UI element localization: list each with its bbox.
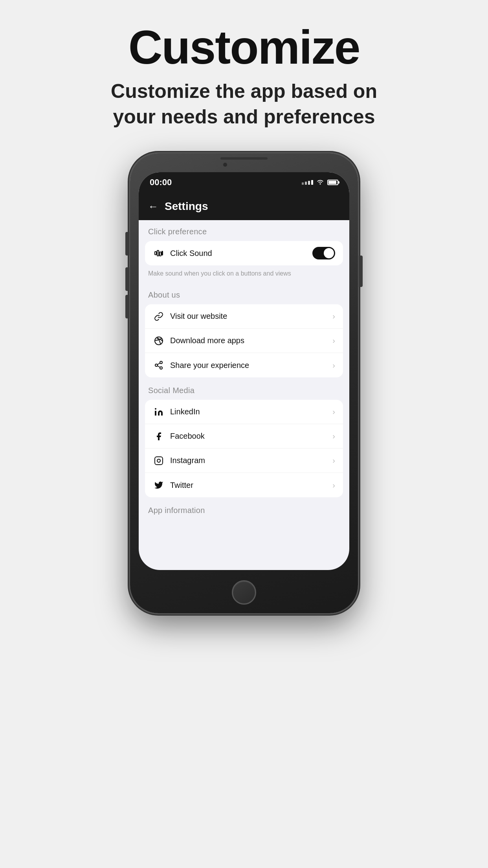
svg-rect-2 [160,252,161,256]
click-preference-card: Click Sound [145,241,343,265]
download-apps-label: Download more apps [170,336,327,345]
battery-icon [327,180,338,185]
back-button[interactable]: ← [148,200,158,213]
share-experience-label: Share your experience [170,361,327,370]
svg-point-5 [160,361,162,364]
click-sound-description: Make sound when you click on a buttons a… [139,267,349,283]
facebook-chevron: › [332,432,335,441]
svg-rect-1 [157,250,159,256]
svg-point-7 [160,367,162,369]
nav-title: Settings [165,200,208,213]
bottom-spacer [139,518,349,526]
download-apps-row[interactable]: Download more apps › [145,329,343,353]
twitter-chevron: › [332,481,335,490]
click-sound-row[interactable]: Click Sound [145,241,343,265]
about-us-card: Visit our website › Download more apps › [145,304,343,377]
twitter-row[interactable]: Twitter › [145,473,343,497]
twitter-label: Twitter [170,481,327,490]
nav-bar: ← Settings [139,193,349,220]
visit-website-label: Visit our website [170,312,327,321]
section-header-app-info: App information [139,499,349,518]
social-media-card: LinkedIn › Facebook › [145,400,343,497]
phone-frame: 00:00 [130,153,358,613]
svg-rect-10 [155,411,156,416]
section-header-about: About us [139,283,349,303]
battery-fill [328,181,336,184]
svg-line-9 [158,363,160,365]
download-apps-chevron: › [332,336,335,345]
facebook-label: Facebook [170,432,327,441]
home-button[interactable] [232,580,256,605]
linkedin-label: LinkedIn [170,407,327,416]
signal-dot-1 [302,182,304,185]
website-icon [153,311,165,322]
phone-camera [222,162,228,167]
instagram-label: Instagram [170,456,327,465]
facebook-row[interactable]: Facebook › [145,424,343,449]
status-bar: 00:00 [139,172,349,193]
facebook-icon [153,430,165,442]
instagram-chevron: › [332,456,335,465]
signal-dots [302,180,313,185]
svg-point-6 [155,364,158,366]
screen-content[interactable]: Click preference Click Sound [139,220,349,570]
click-sound-toggle[interactable] [312,247,335,259]
page-subtitle: Customize the app based on your needs an… [106,79,382,130]
instagram-icon [153,455,165,467]
signal-dot-4 [311,180,313,185]
download-apps-icon [153,335,165,347]
linkedin-chevron: › [332,407,335,416]
toggle-knob [324,248,334,258]
svg-line-8 [158,366,160,368]
svg-rect-3 [162,251,163,255]
click-sound-icon [153,247,165,259]
section-header-click-preference: Click preference [139,220,349,239]
svg-rect-0 [155,252,156,255]
page-title: Customize [128,24,360,71]
section-header-social: Social Media [139,379,349,398]
visit-website-row[interactable]: Visit our website › [145,304,343,329]
phone-speaker [220,157,268,160]
share-experience-chevron: › [332,361,335,370]
svg-rect-12 [155,457,163,465]
share-experience-row[interactable]: Share your experience › [145,353,343,377]
wifi-icon [316,178,324,187]
status-time: 00:00 [150,177,172,188]
linkedin-icon [153,406,165,418]
visit-website-chevron: › [332,312,335,321]
phone-mockup: 00:00 [130,153,358,613]
linkedin-row[interactable]: LinkedIn › [145,400,343,424]
twitter-icon [153,479,165,491]
share-icon [153,359,165,371]
status-icons [302,178,338,187]
svg-point-11 [155,408,156,410]
signal-dot-3 [308,181,310,185]
click-sound-label: Click Sound [170,249,307,258]
instagram-row[interactable]: Instagram › [145,449,343,473]
signal-dot-2 [305,182,307,185]
phone-screen: 00:00 [139,172,349,570]
